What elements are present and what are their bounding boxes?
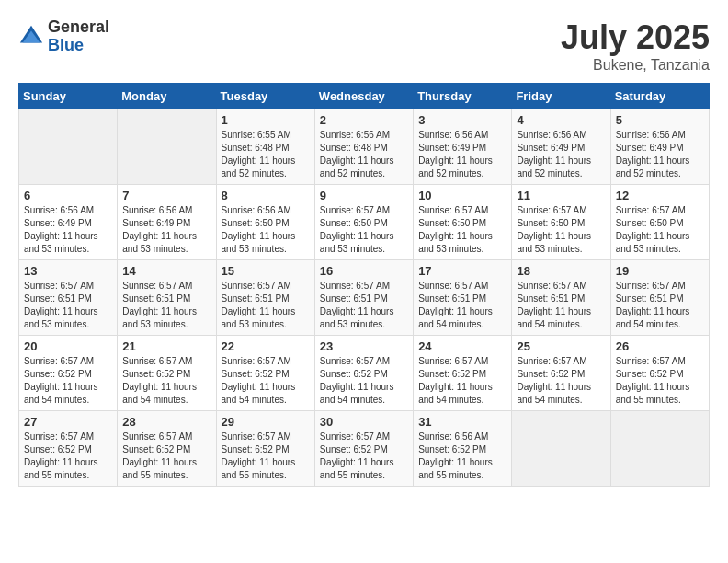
logo-general-text: General xyxy=(48,18,109,37)
day-info: Sunrise: 6:57 AM Sunset: 6:52 PM Dayligh… xyxy=(122,431,210,482)
day-info: Sunrise: 6:56 AM Sunset: 6:52 PM Dayligh… xyxy=(418,431,506,482)
table-row: 10Sunrise: 6:57 AM Sunset: 6:50 PM Dayli… xyxy=(414,185,512,260)
day-info: Sunrise: 6:57 AM Sunset: 6:51 PM Dayligh… xyxy=(24,280,112,331)
table-row: 19Sunrise: 6:57 AM Sunset: 6:51 PM Dayli… xyxy=(610,260,709,336)
day-info: Sunrise: 6:57 AM Sunset: 6:52 PM Dayligh… xyxy=(320,355,408,407)
calendar-title: July 2025 xyxy=(561,18,710,57)
day-info: Sunrise: 6:57 AM Sunset: 6:50 PM Dayligh… xyxy=(320,204,408,256)
table-row: 4Sunrise: 6:56 AM Sunset: 6:49 PM Daylig… xyxy=(512,109,610,185)
table-row: 5Sunrise: 6:56 AM Sunset: 6:49 PM Daylig… xyxy=(610,109,709,185)
table-row: 30Sunrise: 6:57 AM Sunset: 6:52 PM Dayli… xyxy=(314,411,413,487)
title-block: July 2025 Bukene, Tanzania xyxy=(561,18,710,74)
table-row: 9Sunrise: 6:57 AM Sunset: 6:50 PM Daylig… xyxy=(314,185,413,260)
day-number: 4 xyxy=(517,113,605,127)
day-number: 13 xyxy=(24,264,112,278)
day-info: Sunrise: 6:57 AM Sunset: 6:51 PM Dayligh… xyxy=(517,280,605,331)
table-row: 15Sunrise: 6:57 AM Sunset: 6:51 PM Dayli… xyxy=(216,260,314,336)
day-number: 8 xyxy=(222,189,310,202)
col-thursday: Thursday xyxy=(414,84,512,109)
day-number: 6 xyxy=(24,189,112,202)
day-info: Sunrise: 6:56 AM Sunset: 6:49 PM Dayligh… xyxy=(418,129,506,180)
day-info: Sunrise: 6:57 AM Sunset: 6:52 PM Dayligh… xyxy=(24,355,112,407)
day-info: Sunrise: 6:56 AM Sunset: 6:49 PM Dayligh… xyxy=(517,129,605,180)
day-info: Sunrise: 6:57 AM Sunset: 6:50 PM Dayligh… xyxy=(517,204,605,256)
day-info: Sunrise: 6:57 AM Sunset: 6:52 PM Dayligh… xyxy=(616,355,704,407)
table-row: 31Sunrise: 6:56 AM Sunset: 6:52 PM Dayli… xyxy=(414,411,512,487)
table-row: 7Sunrise: 6:56 AM Sunset: 6:49 PM Daylig… xyxy=(118,185,216,260)
table-row: 25Sunrise: 6:57 AM Sunset: 6:52 PM Dayli… xyxy=(512,336,610,411)
day-number: 1 xyxy=(222,113,310,127)
day-info: Sunrise: 6:57 AM Sunset: 6:50 PM Dayligh… xyxy=(418,204,506,256)
logo-blue-text: Blue xyxy=(48,37,109,55)
col-friday: Friday xyxy=(512,84,610,109)
col-saturday: Saturday xyxy=(610,84,709,109)
calendar-week-3: 13Sunrise: 6:57 AM Sunset: 6:51 PM Dayli… xyxy=(19,260,710,336)
day-info: Sunrise: 6:57 AM Sunset: 6:51 PM Dayligh… xyxy=(616,280,704,331)
table-row: 22Sunrise: 6:57 AM Sunset: 6:52 PM Dayli… xyxy=(216,336,314,411)
table-row: 28Sunrise: 6:57 AM Sunset: 6:52 PM Dayli… xyxy=(118,411,216,487)
day-info: Sunrise: 6:57 AM Sunset: 6:52 PM Dayligh… xyxy=(122,355,210,407)
table-row: 23Sunrise: 6:57 AM Sunset: 6:52 PM Dayli… xyxy=(314,336,413,411)
day-number: 11 xyxy=(517,189,605,202)
calendar-week-5: 27Sunrise: 6:57 AM Sunset: 6:52 PM Dayli… xyxy=(19,411,710,487)
calendar-week-1: 1Sunrise: 6:55 AM Sunset: 6:48 PM Daylig… xyxy=(19,109,710,185)
day-number: 22 xyxy=(222,339,310,353)
col-sunday: Sunday xyxy=(19,84,118,109)
table-row: 16Sunrise: 6:57 AM Sunset: 6:51 PM Dayli… xyxy=(314,260,413,336)
table-row: 13Sunrise: 6:57 AM Sunset: 6:51 PM Dayli… xyxy=(19,260,118,336)
day-info: Sunrise: 6:57 AM Sunset: 6:52 PM Dayligh… xyxy=(320,431,408,482)
day-number: 15 xyxy=(222,264,310,278)
table-row: 24Sunrise: 6:57 AM Sunset: 6:52 PM Dayli… xyxy=(414,336,512,411)
day-info: Sunrise: 6:57 AM Sunset: 6:52 PM Dayligh… xyxy=(418,355,506,407)
day-info: Sunrise: 6:57 AM Sunset: 6:50 PM Dayligh… xyxy=(616,204,704,256)
table-row: 21Sunrise: 6:57 AM Sunset: 6:52 PM Dayli… xyxy=(118,336,216,411)
table-row: 26Sunrise: 6:57 AM Sunset: 6:52 PM Dayli… xyxy=(610,336,709,411)
day-number: 27 xyxy=(24,415,112,429)
day-info: Sunrise: 6:57 AM Sunset: 6:51 PM Dayligh… xyxy=(122,280,210,331)
table-row: 27Sunrise: 6:57 AM Sunset: 6:52 PM Dayli… xyxy=(19,411,118,487)
calendar-table: Sunday Monday Tuesday Wednesday Thursday… xyxy=(18,83,710,487)
table-row xyxy=(512,411,610,487)
day-number: 14 xyxy=(122,264,210,278)
day-number: 28 xyxy=(122,415,210,429)
day-number: 12 xyxy=(616,189,704,202)
table-row: 12Sunrise: 6:57 AM Sunset: 6:50 PM Dayli… xyxy=(610,185,709,260)
day-number: 29 xyxy=(222,415,310,429)
page-header: General Blue July 2025 Bukene, Tanzania xyxy=(18,18,710,74)
calendar-week-2: 6Sunrise: 6:56 AM Sunset: 6:49 PM Daylig… xyxy=(19,185,710,260)
table-row: 18Sunrise: 6:57 AM Sunset: 6:51 PM Dayli… xyxy=(512,260,610,336)
table-row: 6Sunrise: 6:56 AM Sunset: 6:49 PM Daylig… xyxy=(19,185,118,260)
day-info: Sunrise: 6:56 AM Sunset: 6:49 PM Dayligh… xyxy=(122,204,210,256)
day-info: Sunrise: 6:57 AM Sunset: 6:52 PM Dayligh… xyxy=(222,431,310,482)
table-row: 17Sunrise: 6:57 AM Sunset: 6:51 PM Dayli… xyxy=(414,260,512,336)
day-number: 2 xyxy=(320,113,408,127)
day-info: Sunrise: 6:56 AM Sunset: 6:50 PM Dayligh… xyxy=(222,204,310,256)
table-row xyxy=(610,411,709,487)
logo: General Blue xyxy=(18,18,109,55)
day-info: Sunrise: 6:56 AM Sunset: 6:49 PM Dayligh… xyxy=(24,204,112,256)
day-number: 23 xyxy=(320,339,408,353)
day-number: 25 xyxy=(517,339,605,353)
day-number: 24 xyxy=(418,339,506,353)
table-row: 1Sunrise: 6:55 AM Sunset: 6:48 PM Daylig… xyxy=(216,109,314,185)
table-row: 8Sunrise: 6:56 AM Sunset: 6:50 PM Daylig… xyxy=(216,185,314,260)
logo-icon xyxy=(18,24,44,50)
day-info: Sunrise: 6:57 AM Sunset: 6:51 PM Dayligh… xyxy=(418,280,506,331)
calendar-header-row: Sunday Monday Tuesday Wednesday Thursday… xyxy=(19,84,710,109)
day-number: 10 xyxy=(418,189,506,202)
day-number: 5 xyxy=(616,113,704,127)
day-number: 16 xyxy=(320,264,408,278)
table-row: 2Sunrise: 6:56 AM Sunset: 6:48 PM Daylig… xyxy=(314,109,413,185)
day-number: 17 xyxy=(418,264,506,278)
col-monday: Monday xyxy=(118,84,216,109)
day-info: Sunrise: 6:57 AM Sunset: 6:51 PM Dayligh… xyxy=(320,280,408,331)
day-info: Sunrise: 6:56 AM Sunset: 6:48 PM Dayligh… xyxy=(320,129,408,180)
calendar-week-4: 20Sunrise: 6:57 AM Sunset: 6:52 PM Dayli… xyxy=(19,336,710,411)
day-number: 3 xyxy=(418,113,506,127)
table-row xyxy=(19,109,118,185)
table-row: 20Sunrise: 6:57 AM Sunset: 6:52 PM Dayli… xyxy=(19,336,118,411)
day-number: 30 xyxy=(320,415,408,429)
day-number: 19 xyxy=(616,264,704,278)
day-number: 31 xyxy=(418,415,506,429)
table-row xyxy=(118,109,216,185)
